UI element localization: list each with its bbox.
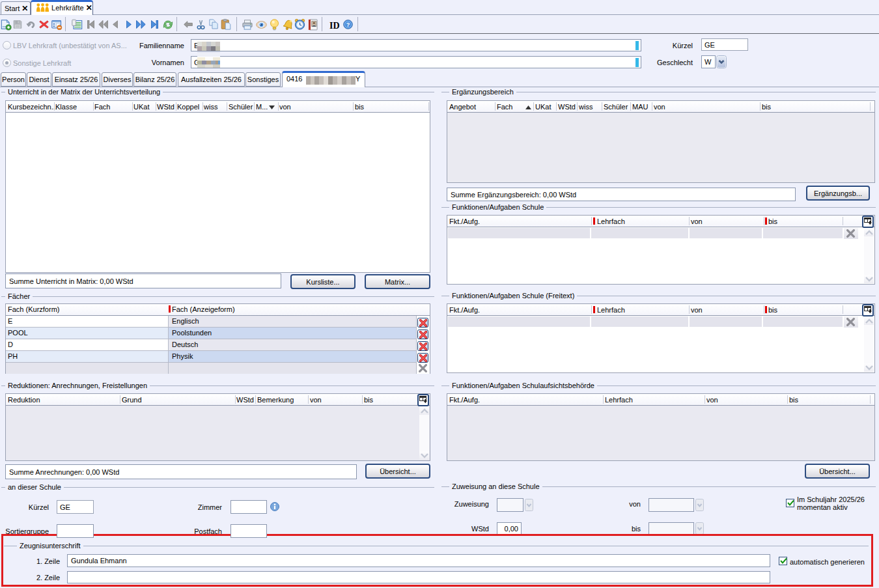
svg-text:?: ?	[346, 21, 350, 28]
